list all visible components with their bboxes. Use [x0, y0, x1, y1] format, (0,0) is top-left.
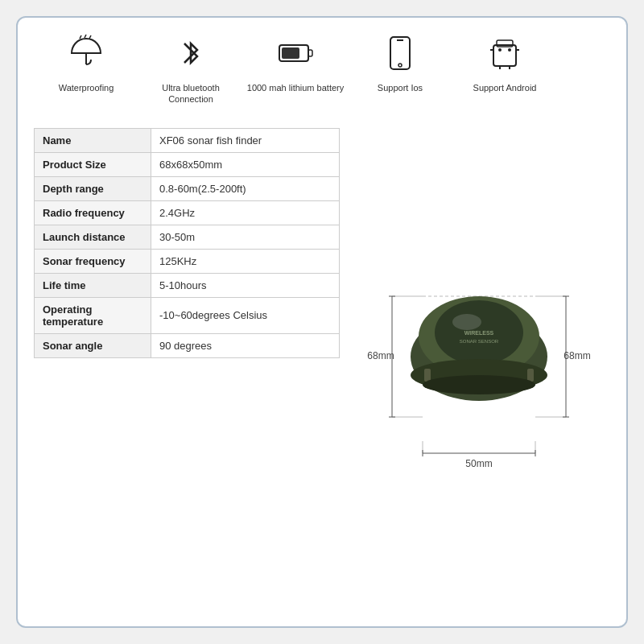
main-content: NameXF06 sonar fish finderProduct Size68…	[34, 128, 610, 610]
feature-battery: 1000 mah lithium battery	[243, 34, 348, 93]
svg-rect-41	[424, 369, 431, 382]
svg-rect-42	[527, 369, 534, 382]
bluetooth-label: Ultra bluetooth Connection	[138, 82, 243, 105]
features-row: Waterproofing Ultra bluetooth Connection…	[34, 34, 610, 114]
spec-value: 30-50m	[151, 225, 340, 249]
product-image-area: WIRELESS SONAR SENSOR 68mm 68mm 50mm	[348, 128, 610, 610]
umbrella-icon	[67, 34, 105, 77]
spec-value: 90 degrees	[151, 333, 340, 357]
svg-rect-6	[282, 47, 299, 59]
svg-rect-7	[390, 37, 410, 69]
svg-line-3	[89, 35, 91, 39]
spec-label: Sonar angle	[35, 333, 151, 357]
spec-label: Product Size	[35, 152, 151, 176]
spec-value: XF06 sonar fish finder	[151, 128, 340, 152]
feature-waterproofing: Waterproofing	[34, 34, 138, 93]
product-card: Waterproofing Ultra bluetooth Connection…	[16, 16, 628, 628]
svg-rect-10	[493, 45, 516, 66]
waterproofing-label: Waterproofing	[59, 82, 114, 93]
product-svg: WIRELESS SONAR SENSOR 68mm 68mm 50mm	[358, 248, 600, 489]
svg-text:68mm: 68mm	[564, 350, 590, 361]
ios-icon	[381, 34, 419, 77]
android-icon	[485, 34, 524, 77]
svg-point-43	[423, 375, 535, 394]
svg-point-17	[508, 48, 511, 52]
svg-point-8	[398, 64, 402, 67]
spec-label: Life time	[35, 273, 151, 297]
spec-label: Sonar frequency	[35, 249, 151, 273]
spec-value: 5-10hours	[151, 273, 340, 297]
product-diagram: WIRELESS SONAR SENSOR 68mm 68mm 50mm	[358, 248, 600, 489]
spec-value: 2.4GHz	[151, 200, 340, 225]
spec-row: Depth range0.8-60m(2.5-200ft)	[35, 176, 340, 200]
feature-android: Support Android	[452, 34, 557, 93]
svg-text:WIRELESS: WIRELESS	[464, 330, 494, 336]
spec-row: Operating temperature-10~60degrees Celsi…	[35, 297, 340, 333]
svg-line-1	[80, 35, 81, 39]
bluetooth-icon	[171, 34, 210, 77]
svg-line-2	[85, 35, 86, 38]
spec-value: 68x68x50mm	[151, 152, 340, 176]
feature-bluetooth: Ultra bluetooth Connection	[138, 34, 243, 105]
specs-table: NameXF06 sonar fish finderProduct Size68…	[34, 128, 340, 358]
spec-row: Launch distance30-50m	[35, 225, 340, 249]
svg-text:68mm: 68mm	[367, 350, 394, 361]
svg-rect-5	[308, 50, 312, 56]
spec-label: Depth range	[35, 176, 151, 200]
spec-label: Launch distance	[35, 225, 151, 249]
spec-label: Radio frequency	[35, 200, 151, 225]
spec-value: -10~60degrees Celsius	[151, 297, 340, 333]
svg-point-37	[452, 314, 481, 330]
spec-row: Sonar frequency125KHz	[35, 249, 340, 273]
spec-value: 125KHz	[151, 249, 340, 273]
battery-label: 1000 mah lithium battery	[247, 82, 344, 93]
spec-row: Product Size68x68x50mm	[35, 152, 340, 176]
spec-label: Name	[35, 128, 151, 152]
spec-row: NameXF06 sonar fish finder	[35, 128, 340, 152]
svg-text:SONAR SENSOR: SONAR SENSOR	[460, 339, 499, 344]
ios-label: Support Ios	[378, 82, 423, 93]
spec-row: Life time5-10hours	[35, 273, 340, 297]
battery-icon	[276, 34, 315, 77]
svg-text:50mm: 50mm	[465, 458, 492, 469]
spec-row: Sonar angle90 degrees	[35, 333, 340, 357]
svg-point-16	[498, 48, 502, 52]
feature-ios: Support Ios	[348, 34, 452, 93]
android-label: Support Android	[473, 82, 537, 93]
spec-label: Operating temperature	[35, 297, 151, 333]
spec-row: Radio frequency2.4GHz	[35, 200, 340, 225]
spec-value: 0.8-60m(2.5-200ft)	[151, 176, 340, 200]
